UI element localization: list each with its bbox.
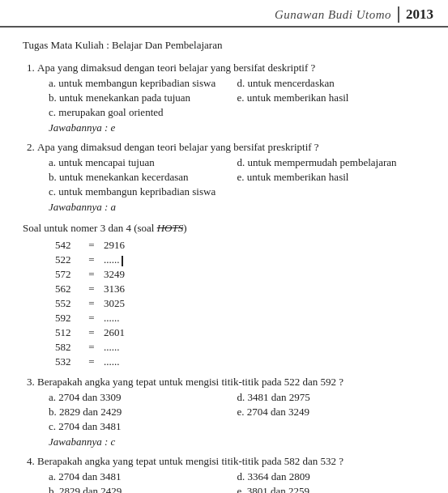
- eq-sign: =: [79, 311, 104, 325]
- question-1: Apa yang dimaksud dengan teori belajar y…: [37, 62, 425, 134]
- question-2: Apa yang dimaksud dengan teori belajar y…: [37, 141, 425, 214]
- num-right: 3136: [104, 282, 130, 296]
- table-row: 582 = ......: [55, 340, 130, 355]
- num-left: 512: [55, 325, 79, 340]
- question-1-options: a. untuk membangun kepribadian siswa d. …: [49, 76, 425, 120]
- questions-list: Apa yang dimaksud dengan teori belajar y…: [23, 62, 425, 214]
- option-3d: d. 3481 dan 2975: [237, 390, 426, 405]
- eq-sign: =: [79, 325, 104, 340]
- option-4a: a. 2704 dan 3481: [49, 470, 237, 484]
- eq-sign: =: [79, 282, 104, 296]
- eq-sign: =: [79, 296, 104, 311]
- question-3: Berapakah angka yang tepat untuk mengisi…: [37, 376, 425, 448]
- question-3-text: Berapakah angka yang tepat untuk mengisi…: [37, 376, 343, 388]
- option-3b: b. 2829 dan 2429: [49, 405, 237, 419]
- num-left: 562: [55, 282, 79, 296]
- option-4b: b. 2829 dan 2429: [49, 484, 237, 493]
- num-right: ......: [104, 253, 130, 267]
- header: Gunawan Budi Utomo 2013: [0, 0, 448, 28]
- table-row: 532 = ......: [55, 355, 130, 369]
- num-right: 3249: [104, 267, 130, 282]
- option-2e: e. untuk memberikan hasil: [237, 170, 426, 185]
- table-row: 522 = ......: [55, 253, 130, 267]
- option-1e: e. untuk memberikan hasil: [237, 91, 426, 105]
- questions2-list: Berapakah angka yang tepat untuk mengisi…: [23, 376, 425, 493]
- num-left: 532: [55, 355, 79, 369]
- option-1d: d. untuk mencerdaskan: [237, 76, 426, 91]
- eq-sign: =: [79, 340, 104, 355]
- num-left: 542: [55, 238, 79, 253]
- question-4-options: a. 2704 dan 3481 d. 3364 dan 2809 b. 282…: [49, 470, 425, 493]
- option-3c: c. 2704 dan 3481: [49, 419, 237, 434]
- num-right: 2601: [104, 325, 130, 340]
- option-2c: c. untuk membangun kepribadian siswa: [49, 185, 237, 199]
- year: 2013: [398, 6, 433, 23]
- question-1-text: Apa yang dimaksud dengan teori belajar y…: [37, 62, 315, 74]
- question-4-text: Berapakah angka yang tepat untuk mengisi…: [37, 455, 343, 467]
- option-1b: b. untuk menekankan pada tujuan: [49, 91, 237, 105]
- table-row: 552 = 3025: [55, 296, 130, 311]
- jawaban-3: Jawabannya : c: [49, 436, 425, 448]
- num-right: ......: [104, 311, 130, 325]
- num-left: 592: [55, 311, 79, 325]
- option-3e: e. 2704 dan 3249: [237, 405, 426, 419]
- num-left: 552: [55, 296, 79, 311]
- option-4e: e. 3801 dan 2259: [237, 484, 426, 493]
- question-2-text: Apa yang dimaksud dengan teori belajar y…: [37, 141, 319, 153]
- option-3a: a. 2704 dan 3309: [49, 390, 237, 405]
- num-left: 522: [55, 253, 79, 267]
- eq-sign: =: [79, 238, 104, 253]
- option-2b: b. untuk menekankan kecerdasan: [49, 170, 237, 185]
- eq-sign: =: [79, 267, 104, 282]
- jawaban-2: Jawabannya : a: [49, 201, 425, 214]
- table-row: 562 = 3136: [55, 282, 130, 296]
- option-4d: d. 3364 dan 2809: [237, 470, 426, 484]
- question-2-options: a. untuk mencapai tujuan d. untuk memper…: [49, 155, 425, 199]
- jawaban-1: Jawabannya : e: [49, 121, 425, 134]
- question-3-options: a. 2704 dan 3309 d. 3481 dan 2975 b. 282…: [49, 390, 425, 434]
- eq-sign: =: [79, 355, 104, 369]
- table-row: 572 = 3249: [55, 267, 130, 282]
- num-left: 582: [55, 340, 79, 355]
- table-row: 542 = 2916: [55, 238, 130, 253]
- soal-note: Soal untuk nomer 3 dan 4 (soal HOTS): [23, 222, 425, 235]
- option-1c: c. merupakan goal oriented: [49, 105, 237, 120]
- option-2a: a. untuk mencapai tujuan: [49, 155, 237, 170]
- cursor: [122, 256, 123, 266]
- number-table: 542 = 2916 522 = ...... 572 = 3249 562 =…: [55, 238, 130, 369]
- num-right: 3025: [104, 296, 130, 311]
- main-content: Tugas Mata Kuliah : Belajar Dan Pembelaj…: [0, 36, 448, 493]
- num-left: 572: [55, 267, 79, 282]
- num-right: 2916: [104, 238, 130, 253]
- num-right: ......: [104, 355, 130, 369]
- table-row: 512 = 2601: [55, 325, 130, 340]
- question-4: Berapakah angka yang tepat untuk mengisi…: [37, 455, 425, 493]
- num-right: ......: [104, 340, 130, 355]
- option-1a: a. untuk membangun kepribadian siswa: [49, 76, 237, 91]
- eq-sign: =: [79, 253, 104, 267]
- subtitle: Tugas Mata Kuliah : Belajar Dan Pembelaj…: [23, 39, 425, 52]
- option-2d: d. untuk mempermudah pembelajaran: [237, 155, 426, 170]
- hots-label: HOTS: [157, 222, 184, 234]
- table-row: 592 = ......: [55, 311, 130, 325]
- author-name: Gunawan Budi Utomo: [275, 8, 391, 22]
